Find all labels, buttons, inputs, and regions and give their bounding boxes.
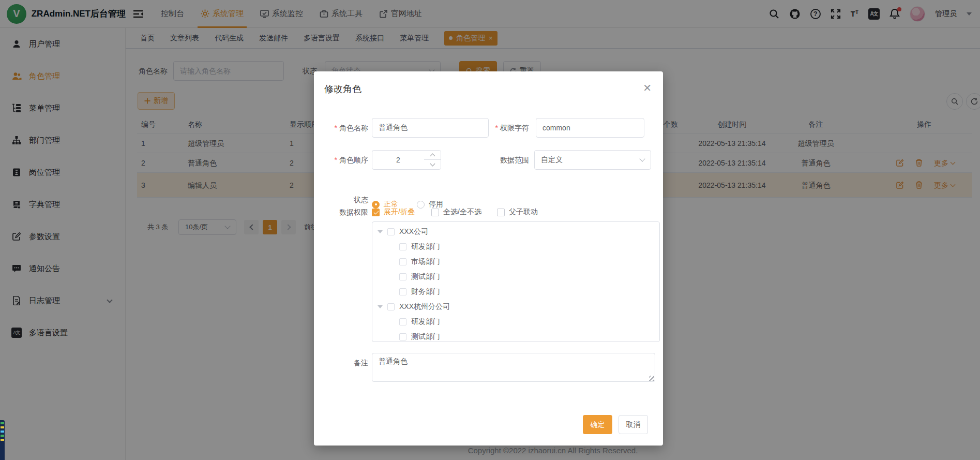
checkbox-unchecked-icon <box>497 209 505 216</box>
tree-checkbox[interactable] <box>387 303 395 310</box>
role-name-label: 角色名称 <box>314 118 368 138</box>
tree-node-label: XXX杭州分公司 <box>399 302 450 311</box>
tree-checkbox[interactable] <box>387 228 395 235</box>
chevron-down-icon <box>639 156 645 161</box>
select-all-checkbox[interactable]: 全选/全不选 <box>431 207 481 217</box>
tree-node[interactable]: XXX公司 <box>372 224 659 239</box>
checkbox-checked-icon <box>372 209 380 216</box>
data-scope-select[interactable]: 自定义 <box>534 150 651 170</box>
role-key-label: 权限字符 <box>475 118 529 138</box>
tree-node[interactable]: 测试部门 <box>372 269 659 284</box>
tree-node-label: 研发部门 <box>411 242 440 251</box>
chevron-up-icon <box>430 153 435 158</box>
tree-node-label: 市场部门 <box>411 257 440 266</box>
dialog-close-icon[interactable]: ✕ <box>643 83 652 93</box>
app-root: V ZRAdmin.NET后台管理 控制台 系统管理 系统监控 <box>0 0 980 460</box>
tree-node-label: 研发部门 <box>411 317 440 327</box>
tree-node[interactable]: 财务部门 <box>372 284 659 299</box>
data-permission-label: 数据权限 <box>314 202 368 222</box>
tree-node-label: 测试部门 <box>411 272 440 281</box>
role-key-input[interactable] <box>536 118 644 138</box>
tree-checkbox[interactable] <box>399 318 406 325</box>
role-sort-input[interactable] <box>372 151 424 169</box>
corner-widget-thumbnail[interactable] <box>0 420 5 460</box>
select-all-label: 全选/全不选 <box>443 207 481 217</box>
expand-collapse-checkbox[interactable]: 展开/折叠 <box>372 207 415 217</box>
tree-node[interactable]: 研发部门 <box>372 239 659 254</box>
radio-unselected-icon <box>417 201 425 209</box>
cancel-button[interactable]: 取消 <box>619 415 648 434</box>
permission-tree: XXX公司 研发部门 市场部门 测试部门 财务部门 XXX杭州分公司 <box>372 221 660 342</box>
role-sort-stepper[interactable] <box>372 150 441 170</box>
role-sort-label: 角色顺序 <box>314 150 368 170</box>
parent-child-link-label: 父子联动 <box>509 207 538 217</box>
stepper-down-button[interactable] <box>424 160 441 169</box>
remark-label: 备注 <box>314 353 368 373</box>
confirm-button[interactable]: 确定 <box>583 415 612 434</box>
tree-node[interactable]: XXX杭州分公司 <box>372 299 659 314</box>
tree-checkbox[interactable] <box>399 243 406 250</box>
checkbox-unchecked-icon <box>431 209 439 216</box>
caret-down-icon[interactable] <box>378 230 383 233</box>
role-name-input[interactable] <box>372 118 489 138</box>
chevron-down-icon <box>430 161 435 167</box>
remark-textarea[interactable]: 普通角色 <box>372 353 655 382</box>
tree-node-label: XXX公司 <box>399 227 428 236</box>
stepper-controls <box>424 151 441 169</box>
tree-checkbox[interactable] <box>399 258 406 265</box>
tree-checkbox[interactable] <box>399 288 406 295</box>
edit-role-dialog: 修改角色 ✕ 角色名称 权限字符 角色顺序 数据范围 自定义 状态 正常 <box>314 71 663 446</box>
stepper-up-button[interactable] <box>424 151 441 160</box>
textarea-resize-handle[interactable] <box>649 376 654 381</box>
tree-node-label: 测试部门 <box>411 332 440 342</box>
tree-node[interactable]: 市场部门 <box>372 254 659 269</box>
tree-node-label: 财务部门 <box>411 287 440 296</box>
expand-collapse-label: 展开/折叠 <box>384 207 415 217</box>
data-scope-value: 自定义 <box>541 155 563 165</box>
tree-checkbox[interactable] <box>399 273 406 280</box>
dialog-title: 修改角色 <box>324 83 361 95</box>
tree-checkbox[interactable] <box>399 333 406 340</box>
tree-node[interactable]: 研发部门 <box>372 314 659 329</box>
data-scope-label: 数据范围 <box>475 150 529 170</box>
parent-child-link-checkbox[interactable]: 父子联动 <box>497 207 538 217</box>
caret-down-icon[interactable] <box>378 305 383 308</box>
tree-node[interactable]: 测试部门 <box>372 329 659 342</box>
